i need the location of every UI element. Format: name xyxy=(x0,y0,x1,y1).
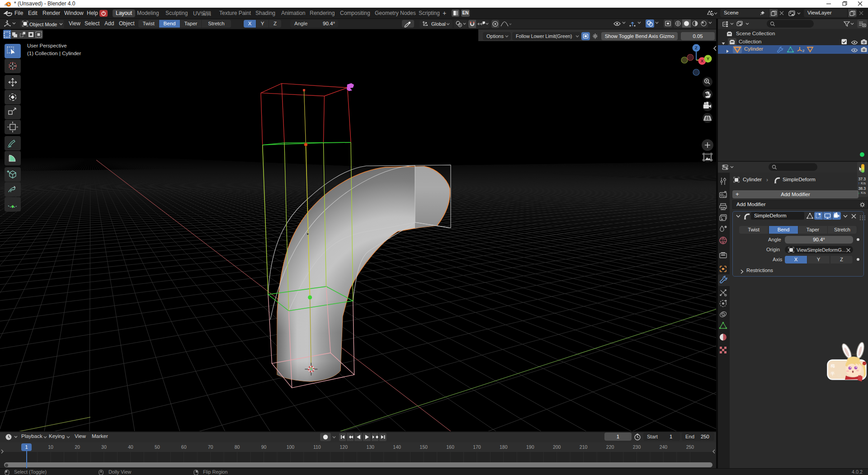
svg-text:X: X xyxy=(701,59,703,63)
svg-text:100: 100 xyxy=(287,444,295,450)
svg-text:30: 30 xyxy=(101,444,107,450)
svg-text:10: 10 xyxy=(48,444,53,450)
svg-text:70: 70 xyxy=(208,444,213,450)
svg-text:150: 150 xyxy=(420,444,428,450)
svg-text:220: 220 xyxy=(606,444,614,450)
svg-text:210: 210 xyxy=(580,444,588,450)
svg-text:110: 110 xyxy=(313,444,321,450)
svg-text:小: 小 xyxy=(837,367,841,372)
svg-text:90: 90 xyxy=(261,444,267,450)
svg-text:User Perspective: User Perspective xyxy=(27,43,67,48)
svg-text:Y: Y xyxy=(707,56,709,61)
svg-text:50: 50 xyxy=(155,444,160,450)
svg-text:(1) Collection | Cylinder: (1) Collection | Cylinder xyxy=(27,51,81,56)
svg-text:130: 130 xyxy=(366,444,374,450)
svg-text:240: 240 xyxy=(660,444,668,450)
svg-text:120: 120 xyxy=(340,444,348,450)
svg-text:Z: Z xyxy=(695,46,698,50)
svg-text:40: 40 xyxy=(128,444,133,450)
svg-text:180: 180 xyxy=(500,444,508,450)
svg-text:250: 250 xyxy=(686,444,694,450)
svg-text:160: 160 xyxy=(446,444,454,450)
svg-text:键: 键 xyxy=(837,373,841,378)
svg-text:半: 半 xyxy=(830,371,835,376)
svg-text:190: 190 xyxy=(526,444,534,450)
svg-text:230: 230 xyxy=(633,444,641,450)
svg-text:梅: 梅 xyxy=(830,363,835,368)
svg-text:200: 200 xyxy=(553,444,561,450)
svg-text:140: 140 xyxy=(393,444,401,450)
svg-text:2: 2 xyxy=(802,49,805,53)
svg-text:20: 20 xyxy=(75,444,80,450)
svg-text:60: 60 xyxy=(181,444,187,450)
svg-text:170: 170 xyxy=(473,444,481,450)
svg-text:80: 80 xyxy=(235,444,240,450)
